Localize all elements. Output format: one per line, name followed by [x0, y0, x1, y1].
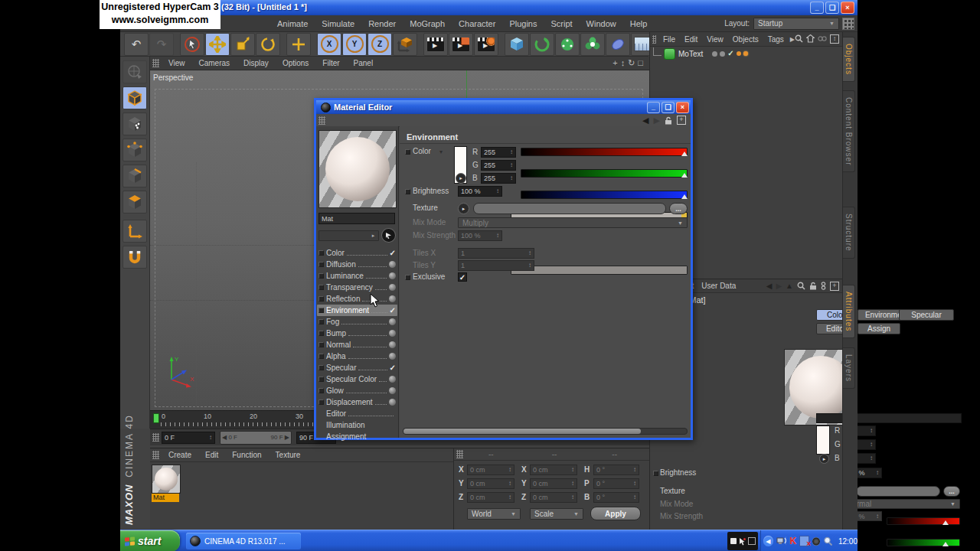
- env-exclusive-checkbox[interactable]: ✓: [458, 272, 467, 282]
- viewport-menu-view[interactable]: View: [162, 59, 192, 67]
- side-tab-attributes[interactable]: Attributes: [843, 285, 855, 338]
- horizontal-scrollbar[interactable]: [403, 428, 688, 435]
- objects-menu-tags[interactable]: Tags: [763, 35, 789, 44]
- material-editor-titlebar[interactable]: Material Editor _ ❑ ×: [316, 100, 691, 114]
- disabled-app-tray-icon[interactable]: ×: [799, 536, 809, 546]
- channel-row-alpha[interactable]: Alpha: [317, 350, 397, 362]
- lock-icon[interactable]: [665, 116, 672, 125]
- editor-visibility-dot[interactable]: [712, 51, 717, 57]
- layout-grid-icon[interactable]: [842, 18, 854, 30]
- pos-x-field[interactable]: 0 cm↕: [467, 465, 514, 475]
- viewport-zoom-icon[interactable]: ↕: [621, 58, 629, 67]
- objects-menu-file[interactable]: File: [658, 35, 680, 44]
- viewport-pan-icon[interactable]: +: [612, 58, 620, 67]
- language-icon[interactable]: [730, 538, 737, 544]
- language-bar[interactable]: [727, 532, 758, 550]
- cd-tray-icon[interactable]: [812, 537, 820, 546]
- kaspersky-tray-icon[interactable]: K: [789, 536, 796, 546]
- channel-row-color[interactable]: Color✓: [317, 247, 397, 259]
- search-icon[interactable]: [795, 34, 803, 43]
- apply-button[interactable]: Apply: [590, 507, 641, 520]
- size-y-field[interactable]: 0 cm↕: [530, 478, 577, 489]
- make-editable-icon[interactable]: [122, 60, 147, 83]
- close-button[interactable]: ×: [841, 2, 854, 14]
- object-name[interactable]: MoText: [678, 50, 703, 58]
- materials-menu-create[interactable]: Create: [162, 451, 198, 459]
- history-back-icon[interactable]: ◀: [766, 282, 773, 290]
- add-cube-icon[interactable]: [505, 33, 529, 56]
- rotate-tool-icon[interactable]: [256, 33, 280, 56]
- channel-row-displacement[interactable]: Displacement: [317, 396, 397, 408]
- magnifier-tray-icon[interactable]: [823, 536, 832, 546]
- axis-mode-icon[interactable]: [122, 220, 147, 243]
- g-slider[interactable]: [887, 539, 960, 546]
- channel-row-bump[interactable]: Bump: [317, 328, 397, 339]
- viewport-camera-label[interactable]: Perspective: [153, 73, 193, 82]
- restore-button[interactable]: ❑: [825, 2, 839, 14]
- channel-checkbox[interactable]: [318, 285, 324, 290]
- current-frame-field[interactable]: 0 F↕: [162, 432, 215, 444]
- texture-browse-button[interactable]: ...: [943, 486, 960, 497]
- polygon-mode-icon[interactable]: [122, 191, 147, 214]
- edge-mode-icon[interactable]: [122, 165, 147, 187]
- env-b-expand-button[interactable]: ▸: [456, 173, 466, 184]
- channel-checkbox[interactable]: [318, 399, 324, 405]
- viewport-menu-filter[interactable]: Filter: [315, 59, 346, 67]
- material-thumbnail[interactable]: Mat: [152, 465, 179, 500]
- viewport-menu-options[interactable]: Options: [276, 59, 315, 67]
- tray-clock[interactable]: 12:00: [838, 537, 858, 546]
- material-editor-drag-handle[interactable]: [318, 116, 325, 125]
- channel-row-specular-color[interactable]: Specular Color: [317, 373, 397, 385]
- materials-menu-function[interactable]: Function: [225, 451, 268, 459]
- color-swatch[interactable]: [816, 425, 830, 455]
- channel-checkbox[interactable]: [318, 273, 324, 279]
- objects-menu-objects[interactable]: Objects: [728, 35, 763, 44]
- exclusive-anim-checkbox[interactable]: [405, 275, 410, 280]
- channel-checkbox[interactable]: [318, 331, 324, 336]
- network-tray-icon[interactable]: [776, 536, 787, 546]
- parent-up-icon[interactable]: ▲: [786, 282, 793, 290]
- window-titlebar[interactable]: (32 Bit) - [Untitled 1 *] _ ❑ ×: [120, 0, 858, 15]
- env-r-slider[interactable]: [521, 148, 688, 156]
- y-lock-icon[interactable]: Y: [342, 33, 367, 56]
- material-preview[interactable]: [318, 130, 397, 208]
- move-tool-icon[interactable]: [205, 33, 230, 56]
- cloner-icon[interactable]: [580, 33, 605, 56]
- timeline-playhead[interactable]: [153, 413, 159, 423]
- channel-checkbox[interactable]: [318, 377, 324, 382]
- nav-back-icon[interactable]: ◀: [642, 116, 648, 126]
- r-slider[interactable]: [887, 517, 960, 525]
- scrollbar-thumb[interactable]: [403, 429, 641, 434]
- channel-row-environment[interactable]: Environment✓: [317, 305, 397, 316]
- spline-icon[interactable]: [606, 33, 630, 56]
- live-selection-icon[interactable]: [180, 33, 204, 56]
- env-g-field[interactable]: 255↕: [481, 160, 516, 171]
- sphere-deformer-icon[interactable]: [555, 33, 580, 56]
- channel-checkbox[interactable]: [318, 354, 324, 359]
- env-texture-expand-button[interactable]: ▸: [458, 203, 469, 214]
- color-anim-checkbox[interactable]: [405, 149, 410, 155]
- material-editor-window[interactable]: Material Editor _ ❑ × ◀ ▶ + Mat ▸ Color✓…: [314, 98, 693, 440]
- nav-forward-icon[interactable]: ▶: [654, 116, 660, 126]
- b-expand-button[interactable]: ▸: [819, 454, 829, 464]
- texture-mode-icon[interactable]: [122, 112, 147, 135]
- pos-z-field[interactable]: 0 cm↕: [467, 492, 514, 503]
- menu-script[interactable]: Script: [544, 19, 579, 28]
- undo-icon[interactable]: ↶: [124, 33, 149, 56]
- z-lock-icon[interactable]: Z: [368, 33, 392, 56]
- filter-icon[interactable]: [818, 34, 827, 43]
- tag-dot[interactable]: [743, 51, 748, 56]
- channel-row-fog[interactable]: Fog: [317, 316, 397, 328]
- env-b-slider[interactable]: [521, 191, 688, 199]
- brightness-anim-checkbox[interactable]: [653, 471, 658, 476]
- texture-field[interactable]: [856, 486, 940, 497]
- channel-row-normal[interactable]: Normal: [317, 339, 397, 350]
- channel-checkbox[interactable]: [318, 250, 324, 256]
- channel-row-editor[interactable]: Editor: [317, 408, 397, 419]
- menu-help[interactable]: Help: [623, 19, 655, 28]
- restore-button[interactable]: ❑: [662, 102, 675, 113]
- minimize-button[interactable]: _: [810, 2, 824, 14]
- viewport-menu-panel[interactable]: Panel: [347, 59, 381, 67]
- enabled-check[interactable]: ✓: [727, 50, 733, 57]
- render-picture-viewer-icon[interactable]: ▶: [449, 33, 473, 56]
